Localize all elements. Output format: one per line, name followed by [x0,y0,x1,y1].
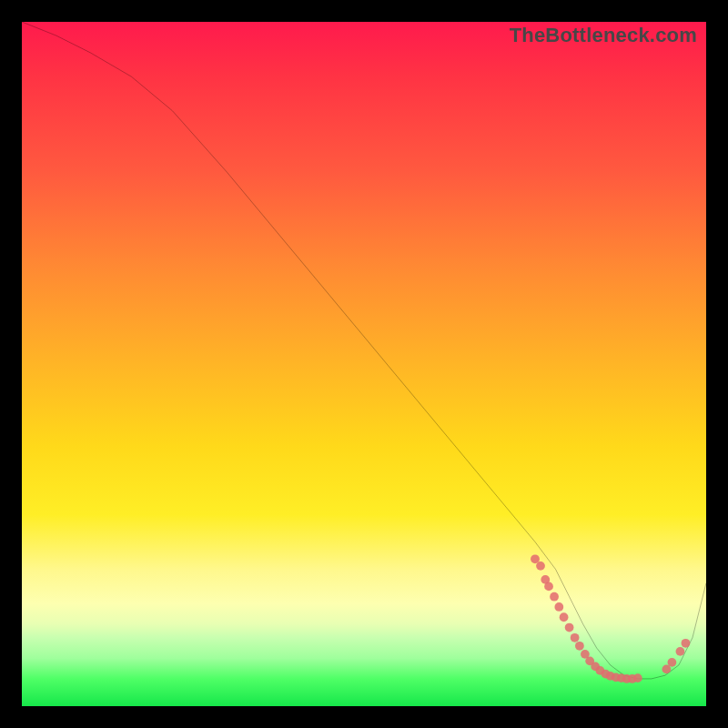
data-point [544,582,553,592]
scatter-points [531,554,690,682]
data-point [536,561,545,571]
plot-area: TheBottleneck.com [22,22,706,706]
data-point [676,647,685,656]
data-point [575,642,584,651]
data-point [633,673,642,682]
data-point [571,633,580,642]
data-point [550,592,559,602]
chart-frame: TheBottleneck.com [0,0,728,728]
data-point [682,639,691,648]
data-point [560,612,569,622]
chart-svg [22,22,706,706]
bottleneck-curve [22,22,706,679]
data-point [668,658,677,667]
data-point [565,623,574,632]
data-point [554,602,563,612]
